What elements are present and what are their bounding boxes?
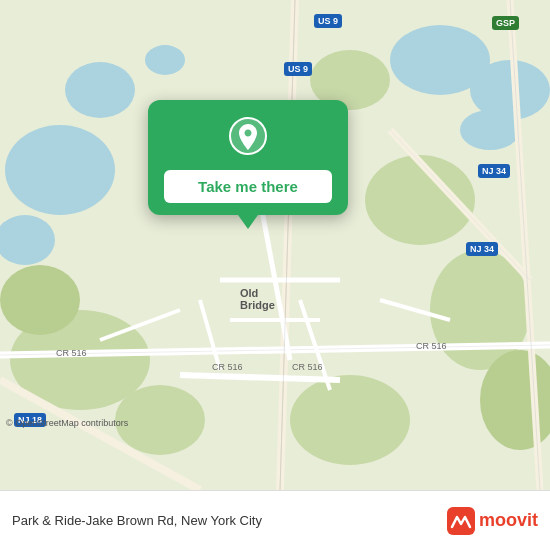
- moovit-text: moovit: [479, 510, 538, 531]
- popup-card: Take me there: [148, 100, 348, 215]
- cr516-label-3: CR 516: [292, 362, 323, 372]
- us9-shield-2: US 9: [284, 62, 312, 76]
- take-me-there-button[interactable]: Take me there: [164, 170, 332, 203]
- us9-shield-1: US 9: [314, 14, 342, 28]
- old-bridge-label: OldBridge: [240, 287, 275, 311]
- svg-point-4: [145, 45, 185, 75]
- gsp-shield: GSP: [492, 16, 519, 30]
- location-pin-icon: [226, 116, 270, 160]
- svg-point-7: [460, 110, 520, 150]
- svg-point-13: [290, 375, 410, 465]
- osm-credit: © OpenStreetMap contributors: [6, 418, 128, 428]
- cr516-label-4: CR 516: [416, 341, 447, 351]
- svg-point-14: [115, 385, 205, 455]
- cr516-label-1: CR 516: [56, 348, 87, 358]
- svg-rect-36: [447, 507, 475, 535]
- location-text: Park & Ride-Jake Brown Rd, New York City: [12, 513, 262, 528]
- moovit-icon: [447, 507, 475, 535]
- nj34-shield-2: NJ 34: [466, 242, 498, 256]
- nj34-shield-1: NJ 34: [478, 164, 510, 178]
- svg-point-1: [5, 125, 115, 215]
- svg-point-9: [0, 265, 80, 335]
- svg-point-3: [65, 62, 135, 118]
- moovit-logo: moovit: [447, 507, 538, 535]
- map-container: US 9 US 9 GSP NJ 34 NJ 34 NJ 18 CR 516 C…: [0, 0, 550, 490]
- cr516-label-2: CR 516: [212, 362, 243, 372]
- bottom-bar: Park & Ride-Jake Brown Rd, New York City…: [0, 490, 550, 550]
